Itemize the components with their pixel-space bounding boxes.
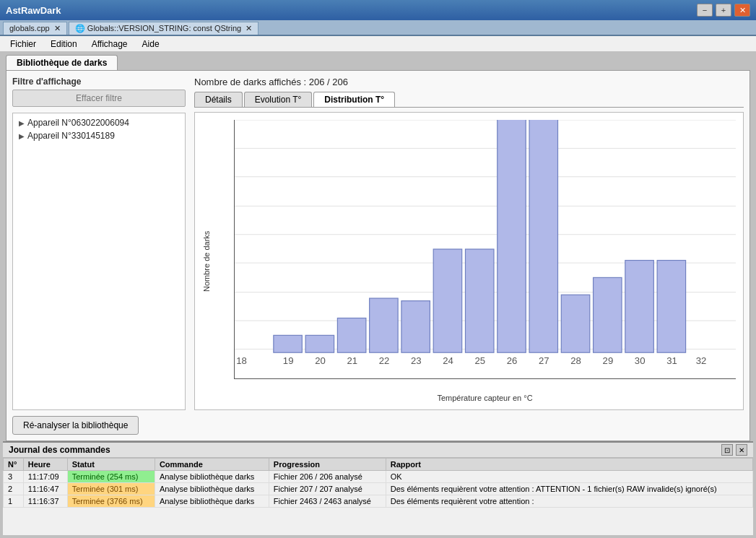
editor-tabs: globals.cpp ✕ 🌐 Globals::VERSION_STRING:… [0,20,756,36]
journal-btn-1[interactable]: ⊡ [721,444,733,456]
journal-cell-2-4: Fichier 2463 / 2463 analysé [269,495,386,508]
svg-rect-31 [657,261,685,353]
tree-label-1: Appareil N°330145189 [27,131,115,141]
tree-panel: ▶ Appareil N°063022006094 ▶ Appareil N°3… [12,113,186,410]
title-bar-left: AstRawDark [6,5,697,16]
svg-text:23: 23 [411,355,422,366]
journal-cell-1-1: 11:16:47 [23,483,67,495]
journal-cell-0-4: Fichier 206 / 206 analysé [269,471,386,483]
journal-btn-2[interactable]: ✕ [736,444,747,456]
svg-text:30: 30 [635,355,646,366]
journal-data-table: N° Heure Statut Commande Progression Rap… [3,458,753,508]
tree-arrow-1: ▶ [19,132,25,140]
chart-inner: 0 5 10 15 20 25 30 35 40 [214,120,736,402]
journal-cell-0-5: OK [386,471,752,483]
x-axis-label: Température capteur en °C [234,394,736,402]
title-bar-title: AstRawDark [6,5,61,16]
svg-text:27: 27 [539,355,549,366]
journal-cell-1-5: Des éléments requièrent votre attention … [386,483,752,495]
tab-details[interactable]: Détails [194,92,243,107]
journal-row-2: 111:16:37Terminée (3766 ms)Analyse bibli… [4,495,753,508]
journal-cell-0-0: 3 [4,471,24,483]
left-panel: Filtre d'affichage Effacer filtre ▶ Appa… [12,77,186,410]
journal-table: N° Heure Statut Commande Progression Rap… [3,458,753,535]
journal-section: Journal des commandes ⊡ ✕ N° Heure Statu… [3,441,753,535]
svg-rect-26 [498,120,526,352]
journal-cell-1-3: Analyse bibliothèque darks [155,483,269,495]
journal-cell-0-3: Analyse bibliothèque darks [155,471,269,483]
svg-text:19: 19 [283,355,294,366]
right-panel: Nombre de darks affichés : 206 / 206 Dét… [194,77,744,410]
editor-tab-0[interactable]: globals.cpp ✕ [3,22,67,35]
journal-row-1: 211:16:47Terminée (301 ms)Analyse biblio… [4,483,753,495]
menu-affichage[interactable]: Affichage [84,38,135,51]
svg-text:24: 24 [443,355,453,366]
journal-cell-2-5: Des éléments requièrent votre attention … [386,495,752,508]
tab-bibliotheque[interactable]: Bibliothèque de darks [6,55,118,70]
tree-label-0: Appareil N°063022006094 [27,118,129,128]
menu-bar: Fichier Edition Affichage Aide [0,36,756,52]
title-bar-controls: − + ✕ [697,4,750,17]
reanalyze-button[interactable]: Ré-analyser la bibliothèque [12,416,139,435]
journal-cell-1-4: Fichier 207 / 207 analysé [269,483,386,495]
col-progression: Progression [269,459,386,471]
histogram-svg: 0 5 10 15 20 25 30 35 40 [235,120,736,378]
journal-cell-2-0: 1 [4,495,24,508]
svg-rect-25 [465,249,493,352]
svg-text:29: 29 [603,355,614,366]
maximize-button[interactable]: + [716,4,731,17]
svg-rect-21 [337,318,365,352]
inner-tabs: Détails Evolution T° Distribution T° [194,92,744,108]
journal-cell-0-1: 11:17:09 [23,471,67,483]
window-tabs: Bibliothèque de darks [6,55,750,70]
tab-distribution[interactable]: Distribution T° [313,92,395,107]
svg-rect-22 [370,298,398,352]
darks-count: Nombre de darks affichés : 206 / 206 [194,77,744,87]
journal-cell-2-2: Terminée (3766 ms) [67,495,155,508]
clear-filter-button[interactable]: Effacer filtre [12,90,186,107]
title-bar: AstRawDark − + ✕ [0,0,756,20]
svg-rect-28 [561,295,589,352]
tree-item-0[interactable]: ▶ Appareil N°063022006094 [16,116,182,129]
col-commande: Commande [155,459,269,471]
svg-text:20: 20 [315,355,326,366]
svg-text:32: 32 [696,355,707,366]
journal-cell-1-2: Terminée (301 ms) [67,483,155,495]
svg-text:18: 18 [236,355,247,366]
menu-aide[interactable]: Aide [135,38,167,51]
col-heure: Heure [23,459,67,471]
svg-rect-19 [274,335,302,352]
svg-rect-20 [305,335,334,352]
journal-title: Journal des commandes [9,445,110,455]
svg-text:22: 22 [379,355,390,366]
journal-cell-1-0: 2 [4,483,24,495]
y-axis-label: Nombre de darks [202,120,211,402]
bottom-section: Ré-analyser la bibliothèque [12,416,744,435]
chart-wrapper: Nombre de darks [202,120,736,402]
svg-rect-29 [594,277,622,352]
menu-fichier[interactable]: Fichier [3,38,43,51]
svg-rect-30 [625,261,653,353]
svg-rect-27 [529,120,557,352]
top-section: Filtre d'affichage Effacer filtre ▶ Appa… [12,77,744,410]
tab-evolution[interactable]: Evolution T° [244,92,313,107]
journal-cell-2-3: Analyse bibliothèque darks [155,495,269,508]
minimize-button[interactable]: − [697,4,713,17]
svg-text:25: 25 [475,355,486,366]
close-button[interactable]: ✕ [734,4,750,17]
chart-plot: 0 5 10 15 20 25 30 35 40 [234,120,736,379]
editor-tab-1[interactable]: 🌐 Globals::VERSION_STRING: const QString… [69,22,259,35]
journal-cell-2-1: 11:16:37 [23,495,67,508]
svg-text:31: 31 [666,355,677,366]
tree-item-1[interactable]: ▶ Appareil N°330145189 [16,129,182,142]
col-num: N° [4,459,24,471]
journal-cell-0-2: Terminée (254 ms) [67,471,155,483]
svg-rect-24 [433,249,461,352]
content-area: Filtre d'affichage Effacer filtre ▶ Appa… [6,70,750,441]
svg-rect-23 [401,301,430,353]
journal-controls: ⊡ ✕ [721,444,747,456]
svg-text:26: 26 [507,355,518,366]
filter-label: Filtre d'affichage [12,77,186,87]
menu-edition[interactable]: Edition [43,38,84,51]
col-statut: Statut [67,459,155,471]
